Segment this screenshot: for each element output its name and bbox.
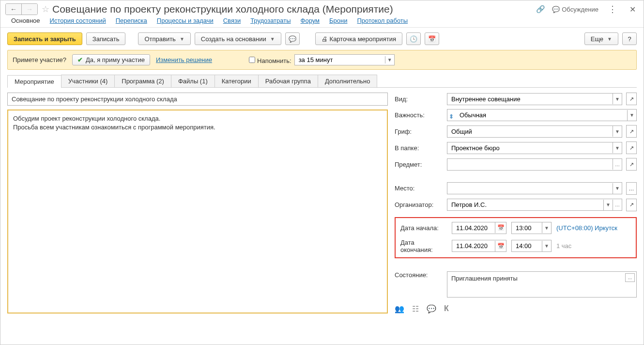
sub-tab-additional[interactable]: Дополнительно <box>318 75 378 87</box>
place-more-button[interactable]: … <box>626 182 637 195</box>
help-button[interactable]: ? <box>622 32 637 45</box>
check-icon: ✔ <box>77 56 83 63</box>
organizer-label: Организатор: <box>395 201 443 208</box>
accept-participation-button[interactable]: ✔ Да, я приму участие <box>72 54 150 65</box>
participation-question: Примете участие? <box>13 56 66 63</box>
printer-icon: 🖨 <box>322 35 328 43</box>
description-editor[interactable]: Обсудим проект реконструкции холодного с… <box>7 110 388 314</box>
nav-forward-button[interactable]: → <box>21 4 37 15</box>
chat-icon: 💬 <box>552 6 560 13</box>
category-k-icon[interactable]: К <box>444 304 449 314</box>
end-date-label: Дата окончания: <box>400 239 447 253</box>
create-based-on-button[interactable]: Создать на основании▼ <box>195 32 281 45</box>
start-date-picker-button[interactable]: 📅 <box>495 222 506 233</box>
importance-normal-icon: ⬌ <box>448 111 455 119</box>
save-and-close-button[interactable]: Записать и закрыть <box>7 32 82 45</box>
nav-tab-labor[interactable]: Трудозатраты <box>250 17 291 24</box>
subject-field[interactable]: Совещание по проекту реконструкции холод… <box>7 93 388 106</box>
chevron-down-icon: ▼ <box>607 36 612 42</box>
importance-dropdown-button[interactable]: ▼ <box>627 110 636 121</box>
nav-tab-processes[interactable]: Процессы и задачи <box>157 17 214 24</box>
status-more-button[interactable]: … <box>625 273 635 282</box>
comments-icon[interactable]: 💬 <box>427 304 436 314</box>
sub-tab-categories[interactable]: Категории <box>215 75 259 87</box>
start-date-label: Дата начала: <box>400 224 447 232</box>
end-time-dropdown-button[interactable]: ▼ <box>542 241 551 251</box>
remind-checkbox-label[interactable]: Напомнить: <box>247 55 291 64</box>
subject-label: Предмет: <box>395 161 443 168</box>
link-icon[interactable]: 🔗 <box>536 5 545 14</box>
participants-icon[interactable]: 👥 <box>395 304 404 314</box>
folder-dropdown-button[interactable]: ▼ <box>613 142 622 153</box>
chevron-down-icon: ▼ <box>180 36 184 42</box>
nav-tab-history[interactable]: История состояний <box>50 17 106 24</box>
grif-label: Гриф: <box>395 128 443 135</box>
duration-text: 1 час <box>556 242 571 250</box>
status-value: Приглашения приняты <box>451 275 518 282</box>
subject-open-button[interactable]: ↗ <box>626 158 637 171</box>
place-input[interactable] <box>447 183 613 194</box>
date-range-block: Дата начала: 📅 ▼ (UTC+08:00) Иркутск Дат… <box>395 217 637 258</box>
chevron-down-icon: ▼ <box>270 36 275 42</box>
timezone-link[interactable]: (UTC+08:00) Иркутск <box>556 224 617 232</box>
start-time-input[interactable] <box>512 222 542 234</box>
nav-tab-correspondence[interactable]: Переписка <box>116 17 147 24</box>
discussion-button[interactable]: 💬 Обсуждение <box>552 6 598 13</box>
importance-label: Важность: <box>395 111 443 119</box>
folder-open-button[interactable]: ↗ <box>626 141 637 154</box>
kind-open-button[interactable]: ↗ <box>626 93 637 105</box>
end-date-picker-button[interactable]: 📅 <box>495 241 506 251</box>
sub-tab-files[interactable]: Файлы (1) <box>171 75 215 87</box>
nav-tab-protocol[interactable]: Протокол работы <box>357 17 408 24</box>
organizer-open-button[interactable]: ↗ <box>626 199 637 211</box>
remind-checkbox[interactable] <box>249 57 255 63</box>
status-box[interactable]: Приглашения приняты … <box>447 271 637 298</box>
nav-tab-bookings[interactable]: Брони <box>329 17 347 24</box>
save-button[interactable]: Записать <box>86 32 126 45</box>
grif-dropdown-button[interactable]: ▼ <box>613 126 622 137</box>
subject-form-input[interactable] <box>447 159 613 170</box>
clock-button[interactable]: 🕓 <box>406 32 421 45</box>
place-dropdown-button[interactable]: ▼ <box>613 183 622 194</box>
kind-dropdown-button[interactable]: ▼ <box>613 94 622 104</box>
start-time-dropdown-button[interactable]: ▼ <box>542 222 551 233</box>
remind-dropdown-button[interactable]: ▼ <box>385 56 394 63</box>
send-button[interactable]: Отправить▼ <box>138 32 190 45</box>
more-menu-icon[interactable]: ⋮ <box>605 4 620 15</box>
page-title: Совещание по проекту реконструкции холод… <box>52 3 536 15</box>
nav-tab-forum[interactable]: Форум <box>301 17 320 24</box>
nav-tab-links[interactable]: Связи <box>223 17 241 24</box>
calendar-add-button[interactable]: 📅 <box>425 32 439 45</box>
subject-more-button[interactable]: … <box>613 159 622 170</box>
close-icon[interactable]: ✕ <box>627 5 639 14</box>
end-date-input[interactable] <box>452 240 495 251</box>
folder-label: В папке: <box>395 144 443 152</box>
kind-input[interactable] <box>447 94 613 105</box>
nav-tab-main[interactable]: Основное <box>11 17 40 24</box>
place-label: Место: <box>395 185 443 192</box>
folder-input[interactable] <box>447 142 613 154</box>
chat-button[interactable]: 💬 <box>285 32 300 45</box>
grif-input[interactable] <box>447 126 613 137</box>
organizer-dropdown-button[interactable]: ▼ <box>603 200 613 210</box>
sub-tab-participants[interactable]: Участники (4) <box>61 75 115 87</box>
hierarchy-icon[interactable]: ☷ <box>412 304 419 314</box>
sub-tab-event[interactable]: Мероприятие <box>7 75 61 88</box>
status-label: Состояние: <box>395 271 443 279</box>
start-date-input[interactable] <box>452 222 495 234</box>
organizer-more-button[interactable]: … <box>613 200 622 210</box>
sub-tab-workgroup[interactable]: Рабочая группа <box>258 75 318 87</box>
remind-value-input[interactable] <box>295 55 385 65</box>
more-button[interactable]: Еще▼ <box>584 32 618 45</box>
favorite-star-icon[interactable]: ☆ <box>42 4 49 15</box>
nav-back-button[interactable]: ← <box>6 4 21 15</box>
discussion-label: Обсуждение <box>562 6 598 13</box>
change-decision-link[interactable]: Изменить решение <box>156 56 212 63</box>
event-card-button[interactable]: 🖨Карточка мероприятия <box>315 32 403 45</box>
sub-tab-program[interactable]: Программа (2) <box>114 75 171 87</box>
importance-input[interactable] <box>456 110 627 121</box>
end-time-input[interactable] <box>512 240 542 251</box>
kind-label: Вид: <box>395 95 443 103</box>
grif-open-button[interactable]: ↗ <box>626 125 637 138</box>
organizer-input[interactable] <box>447 199 603 210</box>
